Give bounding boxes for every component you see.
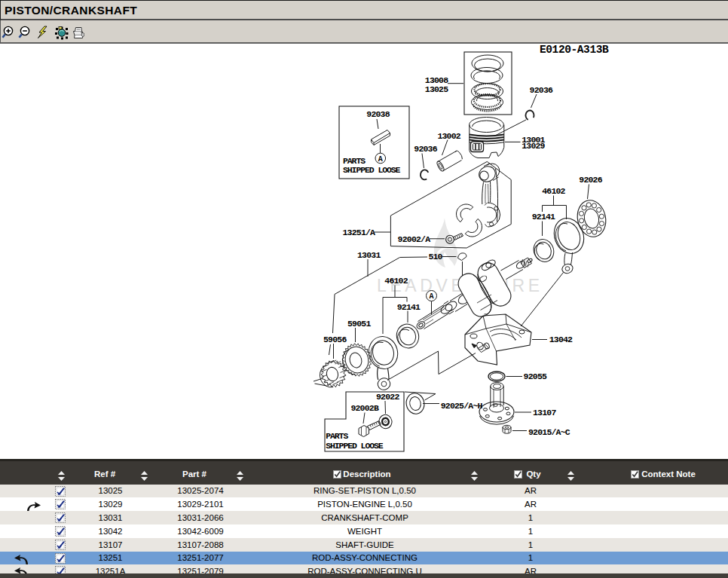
svg-text:92141: 92141 [397,302,421,312]
svg-text:92015/A~C: 92015/A~C [528,427,570,437]
svg-text:46102: 46102 [384,276,408,286]
svg-text:13008: 13008 [425,75,448,85]
svg-text:A: A [430,292,434,301]
svg-text:59051: 59051 [347,319,371,329]
svg-text:46102: 46102 [542,186,565,196]
svg-text:A: A [378,155,383,164]
svg-text:13042: 13042 [549,335,573,344]
svg-text:92002/A: 92002/A [398,234,431,244]
svg-text:92002B: 92002B [350,403,379,413]
svg-text:92026: 92026 [579,175,602,185]
svg-text:13025: 13025 [425,84,448,94]
svg-text:13031: 13031 [357,250,381,260]
svg-text:510: 510 [428,252,442,261]
svg-text:92141: 92141 [532,212,555,222]
svg-text:92036: 92036 [530,85,553,95]
svg-text:92038: 92038 [366,109,390,119]
svg-text:92055: 92055 [524,372,547,381]
svg-text:13251/A: 13251/A [343,228,376,237]
svg-text:E0120-A313B: E0120-A313B [540,44,609,56]
svg-text:92036: 92036 [414,144,437,154]
svg-text:PARTS: PARTS [326,431,348,441]
svg-text:SHIPPED LOOSE: SHIPPED LOOSE [343,165,401,175]
svg-text:13002: 13002 [437,131,460,141]
svg-text:SHIPPED LOOSE: SHIPPED LOOSE [326,441,384,451]
svg-text:13107: 13107 [533,408,556,417]
svg-text:59056: 59056 [323,335,347,344]
svg-text:92025/A~H: 92025/A~H [441,401,483,411]
svg-text:92022: 92022 [376,392,399,402]
svg-text:13029: 13029 [522,141,545,151]
